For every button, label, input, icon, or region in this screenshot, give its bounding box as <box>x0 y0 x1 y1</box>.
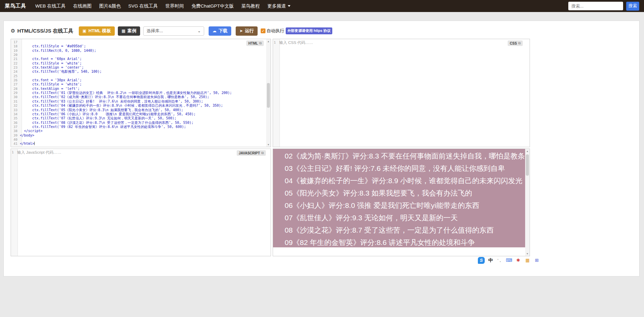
css-placeholder: 输入 CSS 代码…… <box>278 40 313 45</box>
code-text: ctx.textAlign = 'center'; <box>20 66 84 70</box>
code-text: ctx.fillText('06《小妇人》评分:8.0 强推\n 爱是我们死亡时… <box>20 112 196 116</box>
line-number: 17 <box>11 40 20 44</box>
ime-toolbar: S 中 ’， ⌨ ✱ ▦ ⊞ <box>478 257 540 264</box>
preview-text-line: 02《成为简·奥斯汀》评分:8.3 不要在任何事物面前迷失掉自我，哪怕是教条 <box>273 150 525 162</box>
https-notice-badge: 外部资源请使用 https 协议 <box>286 27 332 34</box>
case-button[interactable]: ▦ 案例 <box>118 26 140 36</box>
line-number: 41 <box>11 142 20 146</box>
code-text: ctx.fillText('04《被嫌弃的松子的一生》评分:8.9\n 小时候，… <box>20 104 223 108</box>
code-line: 20 <box>11 53 266 57</box>
editor-toolbar: ⚙ HTML/CSS/JS 在线工具 ▣ HTML 模板 ▦ 案例 选择库...… <box>11 26 332 36</box>
chinese-mode-icon[interactable]: 中 <box>487 257 494 264</box>
code-line: 26 ctx.font = '30px Arial'; <box>11 78 266 82</box>
code-text: ctx.fillText('03《公主日记》好看! 评分:7.6\n 未经你的同… <box>20 99 203 104</box>
autorun-toggle[interactable]: ✓ 自动执行 <box>261 28 284 34</box>
line-number: 1 <box>273 40 278 45</box>
scrollbar-thumb[interactable] <box>526 154 529 176</box>
top-navbar: 菜鸟工具 WEB 在线工具在线画图图片&颜色SVG 在线工具世界时间免费Chat… <box>0 0 644 12</box>
code-line: 25 <box>11 74 266 78</box>
code-line: 35 ctx.fillText('07《乱世佳人》评分:9.3\n 无论如何，明… <box>11 116 266 120</box>
table-icon: ▦ <box>122 28 125 33</box>
line-number: 30 <box>11 95 20 99</box>
page-title: ⚙ HTML/CSS/JS 在线工具 <box>11 28 73 34</box>
css-code-area[interactable]: 1 输入 CSS 代码…… <box>273 40 313 45</box>
line-number: 23 <box>11 66 20 70</box>
js-code-area[interactable]: 1 输入 JavaScript 代码…… <box>11 150 61 155</box>
scroll-up-icon[interactable]: ▲ <box>266 39 271 44</box>
copy-icon: ⧉ <box>518 41 521 45</box>
navbar-item[interactable]: 图片&颜色 <box>96 3 125 9</box>
scrollbar-thumb[interactable] <box>267 83 270 108</box>
code-line: 24 ctx.fillText('电影推荐', 540, 100); <box>11 70 266 74</box>
navbar-item-more[interactable]: 更多频道 <box>264 3 294 9</box>
code-text: ctx.fillText('02《成为简·奥斯汀》评分:8.3\n 不要在任何事… <box>20 95 209 99</box>
code-text: </script> <box>20 129 42 133</box>
code-text: ctx.font = '60px Arial'; <box>20 57 82 61</box>
line-number: 19 <box>11 49 20 53</box>
autorun-label: 自动执行 <box>267 28 284 34</box>
download-button[interactable]: ☁ 下载 <box>209 26 231 36</box>
navbar-item[interactable]: 菜鸟教程 <box>238 3 264 9</box>
scroll-up-icon[interactable]: ▲ <box>525 149 530 153</box>
code-text: ctx.fillText('09《82 年生的金智英》评分:8.6\n 讲述平凡… <box>20 125 186 129</box>
toolbox-icon[interactable]: ⊞ <box>533 257 540 264</box>
run-button[interactable]: ➤ 运行 <box>236 26 258 36</box>
grid-icon[interactable]: ▦ <box>524 257 531 264</box>
preview-panel: 02《成为简·奥斯汀》评分:8.3 不要在任何事物面前迷失掉自我，哪怕是教条 0… <box>273 149 530 256</box>
navbar-menu: WEB 在线工具在线画图图片&颜色SVG 在线工具世界时间免费ChatGPT中文… <box>32 3 264 9</box>
code-line: 30 ctx.fillText('02《成为简·奥斯汀》评分:8.3\n 不要在… <box>11 95 266 99</box>
html-code-area[interactable]: 17 18 ctx.fillStyle = '#a095bd'; 19 ctx.… <box>11 40 266 146</box>
line-number: 35 <box>11 116 20 120</box>
html-editor-panel: 17 18 ctx.fillStyle = '#a095bd'; 19 ctx.… <box>11 39 271 147</box>
tool-container: ⚙ HTML/CSS/JS 在线工具 ▣ HTML 模板 ▦ 案例 选择库...… <box>3 21 640 277</box>
line-number-gutter <box>11 149 18 256</box>
scroll-down-icon[interactable]: ▼ <box>266 142 271 147</box>
search-input[interactable] <box>568 2 623 10</box>
navbar-item[interactable]: 世界时间 <box>162 3 188 9</box>
html-panel-badge[interactable]: HTML ⧉ <box>246 40 264 46</box>
cloud-download-icon: ☁ <box>212 28 216 33</box>
code-text: </body> <box>20 133 34 138</box>
code-line: 41 </html> <box>11 142 266 146</box>
line-number: 31 <box>11 99 20 104</box>
code-line: 19 ctx.fillRect(0, 0, 1080, 1440); <box>11 49 266 53</box>
search-button[interactable]: 搜索 <box>626 2 639 11</box>
code-text: </html> <box>20 142 35 146</box>
code-text: ctx.fillText('08《沙漠之花》评分:8.7\n 受了这些苦，一定是… <box>20 121 194 125</box>
code-text: ctx.fillStyle = 'white'; <box>20 61 82 66</box>
code-line: 33 ctx.fillText('05《阳光小美女》评分:8.3\n 如果我想要… <box>11 108 266 112</box>
navbar-search: 搜索 <box>568 2 639 11</box>
scroll-down-icon[interactable]: ▼ <box>525 251 530 256</box>
keyboard-icon[interactable]: ⌨ <box>506 257 512 264</box>
line-number: 37 <box>11 125 20 129</box>
html-template-button[interactable]: ▣ HTML 模板 <box>79 26 115 36</box>
preview-canvas: 02《成为简·奥斯汀》评分:8.3 不要在任何事物面前迷失掉自我，哪怕是教条 0… <box>273 149 525 247</box>
line-number: 22 <box>11 61 20 66</box>
code-line: 39 </body> <box>11 133 266 138</box>
navbar-item[interactable]: 免费ChatGPT中文版 <box>188 3 238 9</box>
preview-text-line: 07《乱世佳人》评分:9.3 无论如何，明天又是新的一天 <box>273 212 525 224</box>
navbar-item[interactable]: WEB 在线工具 <box>32 3 70 9</box>
code-text: ctx.textAlign = 'left'; <box>20 87 80 91</box>
punctuation-icon[interactable]: ’， <box>496 257 503 264</box>
sogou-logo-icon[interactable]: S <box>478 257 485 264</box>
preview-text-line: 06《小妇人》评分:8.0 强推 爱是我们死亡时唯yi能带走的东西 <box>273 199 525 212</box>
code-line: 34 ctx.fillText('06《小妇人》评分:8.0 强推\n 爱是我们… <box>11 112 266 116</box>
css-panel-badge[interactable]: CSS ⧉ <box>508 40 523 46</box>
code-text: ctx.fillText('电影推荐', 540, 100); <box>20 70 102 74</box>
autorun-checkbox[interactable]: ✓ <box>261 28 265 33</box>
code-line: 21 ctx.font = '60px Arial'; <box>11 57 266 61</box>
site-logo[interactable]: 菜鸟工具 <box>5 3 26 9</box>
code-line: 28 ctx.textAlign = 'left'; <box>11 87 266 91</box>
navbar-item[interactable]: 在线画图 <box>70 3 96 9</box>
preview-scrollbar[interactable]: ▲ ▼ <box>525 149 530 256</box>
paper-plane-icon: ➤ <box>239 28 243 33</box>
line-number: 1 <box>11 150 16 155</box>
navbar-item[interactable]: SVG 在线工具 <box>125 3 162 9</box>
preview-text-line: 08《沙漠之花》评分:8.7 受了这些苦，一定是为了什么值得的东西 <box>273 224 525 236</box>
js-panel-badge[interactable]: JAVASCRIPT ⧉ <box>237 150 266 156</box>
library-select[interactable]: 选择库... ⌄ <box>143 26 204 36</box>
html-editor-scrollbar[interactable]: ▲ ▼ <box>266 39 271 147</box>
tool-icon[interactable]: ✱ <box>515 257 522 264</box>
line-number: 20 <box>11 53 20 57</box>
